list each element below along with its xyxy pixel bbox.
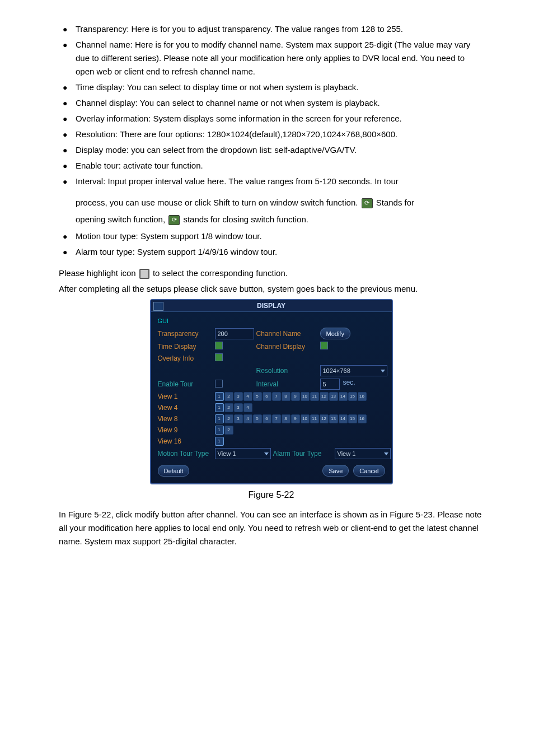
tour-off-icon: ⟳ [168,215,180,225]
label-interval: Interval [256,380,318,388]
interval-unit: sec. [341,379,387,390]
checkbox-time-display[interactable] [215,342,223,349]
highlight-icon [139,269,149,279]
input-interval[interactable]: 5 [320,379,340,390]
label-channel-display: Channel Display [256,343,318,351]
track-view4[interactable]: 1234 [215,403,385,412]
cancel-button[interactable]: Cancel [353,465,385,477]
bullet-time-display: Time display: You can select to display … [59,81,484,94]
figure-label: Figure 5-22 [59,490,484,500]
interval-cont2a: opening switch function, [76,214,167,224]
track-view1[interactable]: 12345678910111213141516 [215,392,385,401]
window-icon [153,302,163,311]
label-enable-tour: Enable Tour [158,380,213,388]
checkbox-channel-display[interactable] [320,342,328,349]
track-view8[interactable]: 12345678910111213141516 [215,414,385,423]
label-motion-tour: Motion Tour Type [158,450,213,458]
bullet-display-mode: Display mode: you can select from the dr… [59,143,484,157]
motion-tour-value: View 1 [218,450,236,457]
select-motion-tour[interactable]: View 1 [215,448,271,459]
bullet-channel-name: Channel name: Here is for you to modify … [59,38,484,78]
label-view8: View 8 [158,415,213,423]
interval-cont1b: Stands for [376,198,414,207]
highlight-instruction: Please highlight icon to select the corr… [59,267,484,280]
resolution-value: 1024×768 [323,367,350,374]
highlight-text-a: Please highlight icon [59,268,138,278]
checkbox-overlay-info[interactable] [215,353,223,361]
bullet-enable-tour: Enable tour: activate tour function. [59,159,484,172]
post-figure-paragraph: In Figure 5-22, click modify button afte… [59,508,484,548]
label-time-display: Time Display [158,343,213,351]
chevron-down-icon [384,452,388,455]
tour-on-icon: ⟳ [362,198,373,208]
bullet-resolution: Resolution: There are four options: 1280… [59,128,484,141]
bullet-transparency: Transparency: Here is for you to adjust … [59,22,484,36]
checkbox-enable-tour[interactable] [215,380,223,388]
window-titlebar: DISPLAY [151,300,392,312]
display-window: DISPLAY GUI Transparency 200 Channel Nam… [150,299,393,484]
window-title: DISPLAY [257,302,285,310]
input-transparency[interactable]: 200 [215,328,254,339]
track-view9[interactable]: 12 [215,426,385,435]
track-view16[interactable]: 1 [215,437,385,446]
interval-cont1a: process, you can use mouse or click Shif… [76,198,360,207]
label-view4: View 4 [158,404,213,412]
interval-continuation-2: opening switch function, ⟳ stands for cl… [59,213,484,226]
chevron-down-icon [381,370,385,372]
label-transparency: Transparency [158,330,213,338]
label-channel-name: Channel Name [256,330,318,338]
modify-button[interactable]: Modify [320,328,350,339]
bullet-motion-tour: Motion tour type: System support 1/8 win… [59,230,484,243]
label-view1: View 1 [158,393,213,400]
label-alarm-tour: Alarm Tour Type [273,450,332,458]
bullet-interval: Interval: Input proper interval value he… [59,175,484,188]
interval-cont2b: stands for closing switch function. [183,214,308,224]
save-instruction: After completing all the setups please c… [59,282,484,296]
label-view9: View 9 [158,426,213,434]
save-button[interactable]: Save [322,465,349,477]
label-overlay-info: Overlay Info [158,354,213,362]
bullet-alarm-tour: Alarm tour type: System support 1/4/9/16… [59,245,484,259]
bullet-channel-display: Channel display: You can select to chann… [59,96,484,110]
bullet-overlay: Overlay information: System displays som… [59,112,484,125]
label-view16: View 16 [158,437,213,445]
chevron-down-icon [264,452,269,455]
interval-continuation-1: process, you can use mouse or click Shif… [59,196,484,209]
default-button[interactable]: Default [158,465,190,477]
gui-section-label: GUI [158,318,385,324]
alarm-tour-value: View 1 [338,450,356,457]
select-alarm-tour[interactable]: View 1 [335,448,391,459]
select-resolution[interactable]: 1024×768 [320,365,387,376]
label-resolution: Resolution [256,367,318,375]
highlight-text-b: to select the corresponding function. [153,268,288,278]
